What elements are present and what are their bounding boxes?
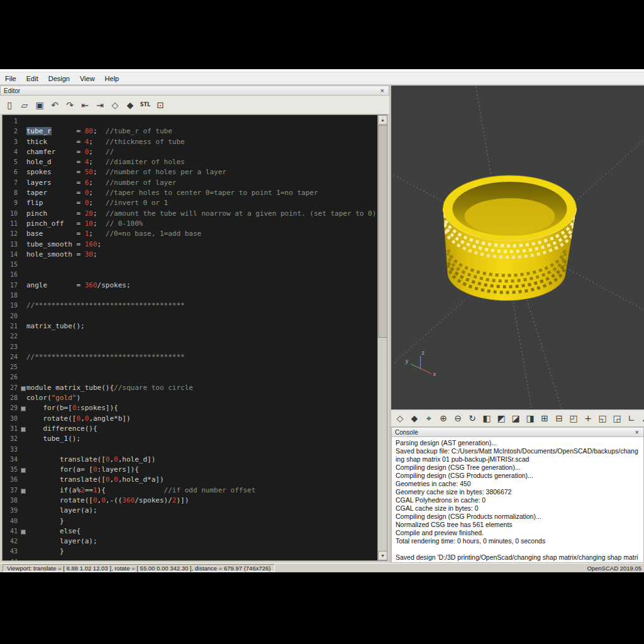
render-icon[interactable]: ◆	[123, 98, 137, 112]
code-text: hole_d = 4; //diamiter of holes	[26, 157, 377, 167]
console-close-icon[interactable]: ×	[634, 429, 640, 435]
fold-gutter	[19, 209, 26, 219]
console-line: CGAL Polyhedrons in cache: 0	[396, 496, 640, 504]
view-back-icon[interactable]: ⊟	[552, 411, 566, 425]
line-number: 6	[3, 167, 19, 177]
line-number: 20	[3, 311, 19, 321]
open-file-icon[interactable]: ▱	[18, 98, 31, 112]
code-line: 26	[3, 372, 377, 382]
perspective-icon[interactable]: ◱	[596, 411, 609, 425]
measure-distance-icon[interactable]: ∟	[625, 411, 638, 425]
measure-angle-icon[interactable]: ∡	[639, 411, 644, 425]
fold-marker-icon[interactable]	[19, 403, 26, 413]
fold-marker-icon[interactable]	[19, 526, 26, 536]
reset-view-icon[interactable]: ↻	[465, 411, 479, 425]
save-file-icon[interactable]: ▣	[33, 98, 47, 112]
view-front-icon[interactable]: ⊞	[538, 411, 552, 425]
scrollbar-thumb[interactable]	[378, 125, 387, 338]
menu-item[interactable]: File	[0, 74, 21, 84]
fold-marker-icon[interactable]	[19, 383, 26, 393]
code-line: 32 tube_1();	[3, 434, 377, 444]
code-line: 16	[3, 270, 377, 280]
menu-item[interactable]: Edit	[21, 74, 43, 84]
code-line: 9flip = 0; //invert 0 or 1	[3, 198, 377, 208]
zoom-in-icon[interactable]: ⊕	[436, 411, 450, 425]
menu-bar: FileEditDesignViewHelp	[0, 72, 644, 85]
console-line: Geometries in cache: 450	[396, 480, 640, 488]
code-editor[interactable]: 12tube_r = 80; //tube_r of tube3thick = …	[2, 114, 387, 561]
fold-marker-icon[interactable]	[19, 465, 26, 475]
line-number: 14	[3, 250, 19, 260]
code-text: taper = 0; //taper holes to center 0=tap…	[26, 188, 377, 198]
code-line: 43 }	[3, 547, 377, 557]
fold-gutter	[19, 434, 26, 444]
view-diagonal-icon[interactable]: ◰	[567, 411, 580, 425]
code-line: 24//************************************	[3, 352, 377, 362]
scroll-up-icon[interactable]: ▲	[378, 115, 387, 125]
fold-gutter	[19, 496, 26, 506]
preview-icon[interactable]: ◇	[108, 98, 122, 112]
menu-item[interactable]: Design	[43, 74, 75, 84]
view-bottom-icon[interactable]: ◪	[509, 411, 523, 425]
menu-item[interactable]: View	[75, 74, 100, 84]
fold-gutter	[19, 475, 26, 485]
render-viewport[interactable]: z x y	[391, 86, 644, 409]
code-text: module matrix_tube(){//square too circle	[26, 383, 377, 393]
code-line: 5hole_d = 4; //diamiter of holes	[3, 157, 377, 167]
axis-x-label: x	[433, 372, 436, 377]
code-text: spokes = 50; //number of holes per a lay…	[26, 167, 377, 177]
fold-gutter	[19, 126, 26, 136]
code-line: 35 for(a= [0:layers]){	[3, 465, 377, 475]
redo-icon[interactable]: ↷	[63, 98, 77, 112]
export-stl-icon[interactable]: STL	[138, 98, 152, 112]
code-text	[26, 291, 377, 301]
editor-close-icon[interactable]: ×	[379, 87, 386, 94]
code-text: tube_1();	[26, 434, 377, 444]
fold-gutter	[19, 250, 26, 260]
view-right-icon[interactable]: ◧	[480, 411, 494, 425]
viewport-status-text: Viewport: translate = [ 8.88 1.02 12.03 …	[3, 564, 275, 572]
code-text: }	[26, 547, 377, 557]
code-text: tube_r = 80; //tube_r of tube	[26, 126, 377, 136]
code-text	[26, 342, 377, 352]
code-text: for(a= [0:layers]){	[26, 465, 377, 475]
new-file-icon[interactable]: ▯	[3, 98, 16, 112]
console-line: Saved backup file: C:/Users/Matt McIntos…	[396, 447, 640, 464]
fold-gutter	[19, 414, 26, 424]
fold-marker-icon[interactable]	[19, 486, 26, 496]
code-line: 39 layer(a);	[3, 506, 377, 516]
code-text	[26, 116, 377, 126]
menu-item[interactable]: Help	[100, 74, 125, 84]
scroll-down-icon[interactable]: ▼	[378, 551, 387, 560]
fold-gutter	[19, 321, 26, 331]
line-number: 41	[3, 526, 19, 536]
orthogonal-icon[interactable]: ◲	[610, 411, 624, 425]
preview-icon[interactable]: ◇	[393, 411, 407, 425]
code-line: 19//************************************	[3, 301, 377, 311]
line-number: 31	[3, 424, 19, 434]
unindent-icon[interactable]: ⇤	[78, 98, 92, 112]
fold-gutter	[19, 240, 26, 250]
print-icon[interactable]: ⊡	[153, 98, 167, 112]
undo-icon[interactable]: ↶	[48, 98, 62, 112]
code-line: 30 rotate([0,0,angle*b])	[3, 414, 377, 424]
code-text: rotate([0,0,angle*b])	[26, 414, 377, 424]
code-line: 40 }	[3, 516, 377, 526]
code-text	[26, 557, 377, 560]
zoom-out-icon[interactable]: ⊖	[451, 411, 465, 425]
line-number: 22	[3, 331, 19, 341]
render-icon[interactable]: ◆	[408, 411, 421, 425]
code-area[interactable]: 12tube_r = 80; //tube_r of tube3thick = …	[3, 115, 377, 560]
console-line: Compiling design (CSG Products normaliza…	[396, 513, 640, 521]
fold-marker-icon[interactable]	[19, 424, 26, 434]
view-center-icon[interactable]: +	[581, 411, 595, 425]
code-text	[26, 331, 377, 341]
indent-icon[interactable]: ⇥	[93, 98, 107, 112]
line-number: 8	[3, 188, 19, 198]
zoom-all-icon[interactable]: ⌖	[422, 411, 436, 425]
code-line: 23	[3, 342, 377, 352]
view-left-icon[interactable]: ◨	[523, 411, 537, 425]
view-top-icon[interactable]: ◩	[494, 411, 508, 425]
line-number: 33	[3, 445, 19, 455]
editor-scrollbar[interactable]: ▲ ▼	[377, 115, 387, 560]
